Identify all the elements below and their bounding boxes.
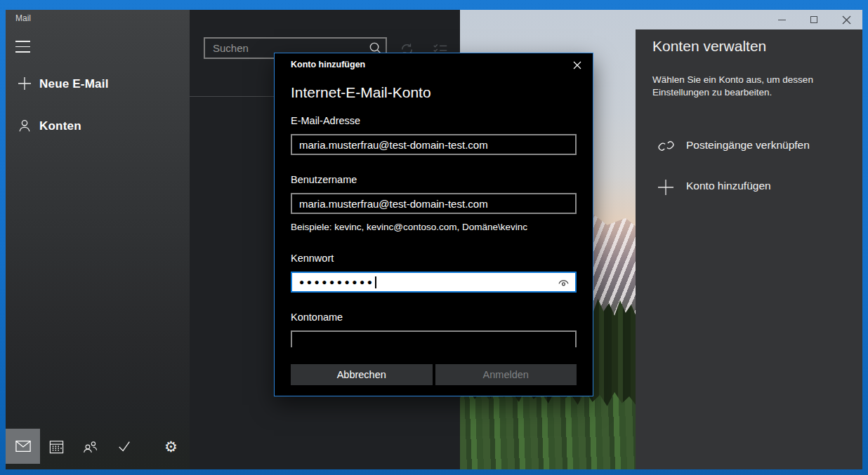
- forest-bright-graphic: [460, 385, 644, 469]
- panel-title: Konten verwalten: [652, 38, 766, 55]
- email-label: E-Mail-Adresse: [291, 115, 360, 126]
- sign-in-button[interactable]: Anmelden: [435, 364, 577, 385]
- maximize-icon: [810, 16, 817, 23]
- hamburger-menu-button[interactable]: [15, 41, 30, 53]
- sidebar-item-accounts[interactable]: Konten: [6, 116, 190, 144]
- dialog-heading: Internet-E-Mail-Konto: [291, 84, 431, 101]
- link-inboxes-action[interactable]: Posteingänge verknüpfen: [636, 131, 862, 162]
- text-cursor: [375, 276, 376, 288]
- maximize-button[interactable]: [798, 10, 830, 29]
- add-account-action[interactable]: Konto hinzufügen: [636, 172, 862, 203]
- manage-accounts-panel: Konten verwalten Wählen Sie ein Konto au…: [636, 29, 862, 469]
- mail-app-window: Mail Neue E-Mail Konten: [6, 10, 862, 469]
- cancel-button[interactable]: Abbrechen: [291, 364, 433, 385]
- calendar-icon: [49, 439, 64, 454]
- sidebar-item-label: Neue E-Mail: [39, 77, 109, 91]
- action-label: Posteingänge verknüpfen: [686, 139, 810, 152]
- sidebar-item-label: Konten: [39, 119, 81, 133]
- reveal-password-eye-icon: [558, 278, 570, 287]
- reveal-password-button[interactable]: [558, 278, 570, 287]
- email-field[interactable]: [291, 134, 577, 155]
- sidebar-bottom-nav: ⚙: [6, 429, 190, 464]
- account-name-field[interactable]: [291, 330, 577, 347]
- username-label: Benutzername: [291, 174, 357, 185]
- password-label: Kennwort: [291, 253, 334, 264]
- people-icon: [82, 439, 98, 453]
- settings-gear-icon: ⚙: [164, 439, 178, 454]
- nav-settings-button[interactable]: ⚙: [154, 429, 188, 464]
- minimize-button[interactable]: [765, 10, 798, 29]
- close-icon: [573, 61, 581, 69]
- nav-todo-button[interactable]: [107, 429, 141, 464]
- nav-mail-button[interactable]: [6, 429, 40, 464]
- todo-check-icon: [117, 439, 132, 453]
- window-caption-controls: [765, 10, 862, 29]
- password-masked-value: ●●●●●●●●●●: [299, 278, 374, 286]
- sidebar: Mail Neue E-Mail Konten: [6, 10, 190, 469]
- close-icon: [842, 15, 851, 25]
- link-icon: [657, 138, 676, 157]
- password-field[interactable]: ●●●●●●●●●●: [291, 272, 577, 293]
- dialog-close-button[interactable]: [570, 58, 584, 72]
- nav-calendar-button[interactable]: [39, 429, 74, 464]
- minimize-icon: [778, 20, 786, 20]
- account-name-label: Kontoname: [291, 312, 343, 323]
- username-hint: Beispiele: kevinc, kevinc@contoso.com, D…: [291, 222, 527, 232]
- panel-description: Wählen Sie ein Konto aus, um dessen Eins…: [652, 74, 843, 98]
- nav-people-button[interactable]: [73, 429, 107, 464]
- dialog-title: Konto hinzufügen: [291, 60, 365, 69]
- mail-icon: [15, 440, 31, 453]
- app-title: Mail: [15, 13, 31, 23]
- add-account-dialog: Konto hinzufügen Internet-E-Mail-Konto E…: [274, 53, 593, 396]
- plus-icon: [17, 76, 32, 94]
- window-frame: Mail Neue E-Mail Konten: [0, 0, 868, 475]
- username-field[interactable]: [291, 193, 577, 214]
- dialog-button-row: Abbrechen Anmelden: [291, 364, 577, 385]
- action-label: Konto hinzufügen: [686, 180, 771, 192]
- close-button[interactable]: [830, 10, 862, 29]
- person-icon: [17, 118, 32, 136]
- sidebar-item-new-mail[interactable]: Neue E-Mail: [6, 74, 190, 102]
- plus-icon: [657, 178, 675, 199]
